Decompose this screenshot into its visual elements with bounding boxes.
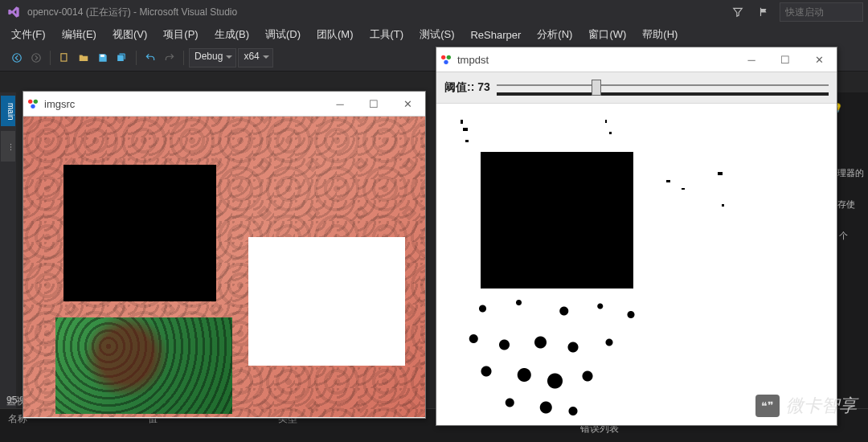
imgsrc-titlebar[interactable]: imgsrc ─ ☐ ✕ (23, 92, 425, 117)
imgsrc-title: imgsrc (44, 98, 75, 110)
thresholded-halftone-region (465, 297, 645, 417)
close-icon[interactable]: ✕ (805, 50, 833, 69)
trackbar-label: 阈值:: 73 (444, 80, 490, 95)
menu-tools[interactable]: 工具(T) (362, 25, 412, 44)
tmpdst-title: tmpdst (457, 54, 489, 66)
tmpdst-canvas (436, 104, 837, 425)
menu-resharper[interactable]: ReSharper (462, 27, 529, 43)
window-tmpdst[interactable]: tmpdst ─ ☐ ✕ 阈值:: 73 (436, 47, 837, 426)
imgsrc-canvas (23, 117, 425, 417)
slider-thumb-icon[interactable] (592, 80, 601, 96)
watermark: ❝❞ 微卡智享 (755, 394, 857, 418)
svg-point-1 (32, 54, 41, 63)
menu-debug[interactable]: 调试(D) (257, 25, 309, 44)
tmpdst-titlebar[interactable]: tmpdst ─ ☐ ✕ (436, 47, 837, 72)
menu-team[interactable]: 团队(M) (309, 25, 362, 44)
left-tool-strip: main ⋯ (0, 92, 16, 417)
menubar: 文件(F) 编辑(E) 视图(V) 项目(P) 生成(B) 调试(D) 团队(M… (0, 24, 868, 45)
thresholded-black-square (481, 152, 633, 289)
window-title: opencv-0014 (正在运行) - Microsoft Visual St… (27, 6, 237, 19)
new-file-icon[interactable] (55, 49, 73, 67)
visual-studio-ide: opencv-0014 (正在运行) - Microsoft Visual St… (0, 0, 868, 442)
menu-project[interactable]: 项目(P) (155, 25, 206, 44)
left-tab-other[interactable]: ⋯ (1, 131, 15, 162)
flag-notification-icon[interactable] (754, 2, 773, 22)
funnel-icon[interactable] (728, 2, 747, 22)
titlebar: opencv-0014 (正在运行) - Microsoft Visual St… (0, 0, 868, 24)
close-icon[interactable]: ✕ (393, 94, 422, 113)
menu-view[interactable]: 视图(V) (104, 25, 155, 44)
opencv-window-icon (440, 53, 452, 66)
platform-dropdown[interactable]: x64 (238, 48, 272, 68)
minimize-icon[interactable]: ─ (737, 50, 766, 69)
black-square (63, 165, 216, 301)
visual-studio-logo-icon (6, 5, 21, 19)
menu-build[interactable]: 生成(B) (207, 25, 257, 44)
threshold-trackbar: 阈值:: 73 (436, 72, 837, 104)
watermark-text: 微卡智享 (786, 394, 857, 418)
menu-file[interactable]: 文件(F) (3, 25, 54, 44)
svg-rect-2 (61, 54, 67, 61)
window-imgsrc[interactable]: imgsrc ─ ☐ ✕ (23, 91, 426, 419)
open-icon[interactable] (75, 49, 92, 67)
svg-rect-3 (100, 55, 104, 57)
menu-test[interactable]: 测试(S) (411, 25, 462, 44)
undo-icon[interactable] (141, 49, 159, 67)
save-icon[interactable] (94, 49, 112, 67)
svg-point-8 (447, 55, 451, 59)
menu-edit[interactable]: 编辑(E) (54, 25, 104, 44)
forward-icon[interactable] (27, 49, 45, 67)
redo-icon[interactable] (161, 49, 178, 67)
opencv-window-icon (27, 97, 39, 110)
svg-point-4 (28, 100, 32, 104)
svg-point-6 (31, 104, 35, 108)
white-square (248, 237, 405, 366)
quick-launch-input[interactable] (780, 2, 863, 22)
menu-help[interactable]: 帮助(H) (634, 25, 686, 44)
minimize-icon[interactable]: ─ (326, 94, 354, 113)
config-dropdown[interactable]: Debug (189, 48, 236, 68)
svg-point-7 (441, 55, 445, 59)
maximize-icon[interactable]: ☐ (771, 50, 800, 69)
save-all-icon[interactable] (113, 49, 131, 67)
maximize-icon[interactable]: ☐ (359, 94, 388, 113)
svg-point-0 (13, 54, 22, 63)
svg-point-9 (444, 60, 448, 64)
green-rectangle (55, 317, 232, 414)
menu-analyze[interactable]: 分析(N) (529, 25, 580, 44)
back-icon[interactable] (8, 49, 26, 67)
threshold-slider[interactable] (497, 78, 829, 97)
left-tab-main[interactable]: main (1, 96, 15, 126)
menu-window[interactable]: 窗口(W) (580, 25, 634, 44)
svg-point-5 (34, 100, 38, 104)
wechat-icon: ❝❞ (755, 395, 780, 417)
